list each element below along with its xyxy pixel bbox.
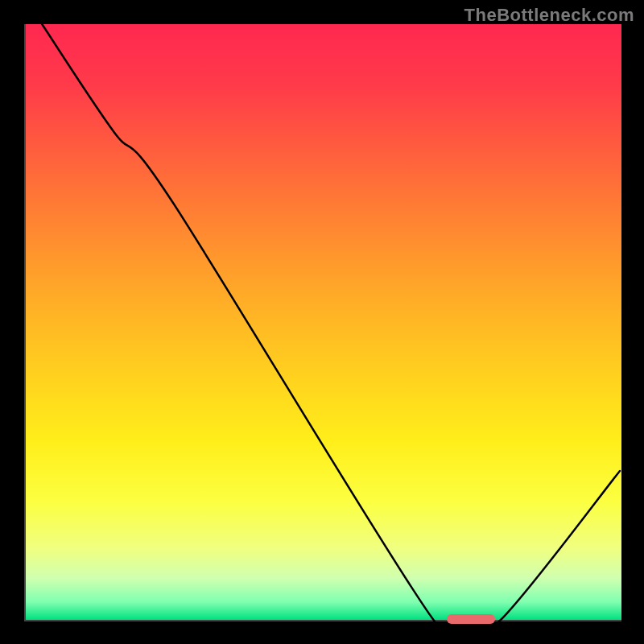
watermark-text: TheBottleneck.com [464, 5, 634, 26]
plot-area [24, 24, 621, 621]
optimal-marker [447, 614, 494, 624]
